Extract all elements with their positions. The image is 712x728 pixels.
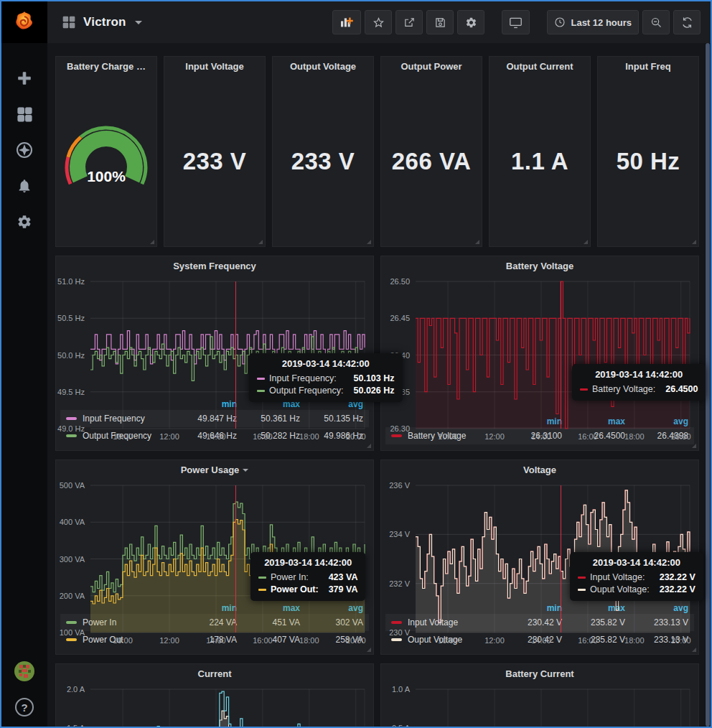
chart-tooltip: 2019-03-14 14:42:00Power In:423 VAPower … <box>250 552 365 601</box>
gear-icon <box>465 17 477 29</box>
panel-title[interactable]: Battery Current <box>381 664 698 683</box>
panel-title[interactable]: Input Voltage <box>164 57 265 76</box>
user-avatar[interactable] <box>14 661 35 685</box>
panel-title-text: Battery Current <box>505 668 573 679</box>
svg-text:16:00: 16:00 <box>578 636 598 645</box>
panel-title-text: Power Usage <box>181 465 240 475</box>
svg-text:10:00: 10:00 <box>113 636 133 645</box>
svg-text:0.5 A: 0.5 A <box>392 724 411 727</box>
panel-title[interactable]: Current <box>56 664 373 683</box>
grafana-window: ? Victron <box>0 0 712 728</box>
refresh-button[interactable] <box>673 10 701 34</box>
dashboard-settings-button[interactable] <box>457 10 484 34</box>
cycle-view-button[interactable] <box>502 10 530 34</box>
tooltip-series-swatch <box>580 388 588 391</box>
chart-tooltip: 2019-03-14 14:42:00Input Voltage:232.22 … <box>570 552 703 601</box>
svg-text:49.5 Hz: 49.5 Hz <box>57 388 85 396</box>
dashboard-title: Victron <box>83 15 126 29</box>
svg-text:49.0 Hz: 49.0 Hz <box>57 424 85 433</box>
panel-input-freq: Input Freq 50 Hz <box>597 56 699 247</box>
svg-text:20:00: 20:00 <box>346 636 366 645</box>
tooltip-timestamp: 2019-03-14 14:42:00 <box>257 358 395 369</box>
star-button[interactable] <box>365 10 392 34</box>
tooltip-series-row: Input Voltage:232.22 V <box>578 572 695 582</box>
panel-title[interactable]: Battery Charge … <box>56 57 156 76</box>
svg-text:26.45: 26.45 <box>390 314 410 322</box>
svg-text:14:00: 14:00 <box>206 636 226 645</box>
tooltip-series-swatch <box>578 589 586 591</box>
star-icon <box>373 17 385 29</box>
tooltip-series-row: Power Out:379 VA <box>258 584 357 594</box>
svg-text:230 V: 230 V <box>389 628 410 637</box>
panel-title[interactable]: Battery Voltage <box>381 256 698 276</box>
panel-title-text: Battery Voltage <box>506 261 573 271</box>
panel-title[interactable]: Output Current <box>490 57 590 76</box>
sidebar-item-dashboards[interactable] <box>15 105 34 123</box>
tooltip-series-swatch <box>258 577 266 579</box>
tooltip-series-row: Battery Voltage:26.4500 <box>580 384 698 394</box>
panel-title[interactable]: Voltage <box>381 460 698 480</box>
help-icon[interactable]: ? <box>15 698 34 717</box>
svg-text:14:00: 14:00 <box>531 636 551 645</box>
panel-title[interactable]: Power Usage <box>56 460 373 480</box>
svg-text:18:00: 18:00 <box>299 432 319 441</box>
panel-output-power: Output Power 266 VA <box>380 56 482 247</box>
dashboard-picker[interactable]: Victron <box>62 15 142 29</box>
tooltip-series-label: Output Frequency: <box>269 386 344 396</box>
tooltip-series-value: 379 VA <box>329 584 358 594</box>
chart-plot[interactable]: 1.0 A0.5 A0 A-0.5 A-1.0 A10:0012:0014:00… <box>381 683 698 727</box>
panel-title-text: Output Voltage <box>290 61 356 72</box>
add-panel-icon <box>339 17 354 28</box>
tooltip-timestamp: 2019-03-14 14:42:00 <box>580 369 698 380</box>
panel-title[interactable]: Output Power <box>381 57 482 76</box>
chevron-down-icon <box>135 21 142 24</box>
panel-title-text: Input Freq <box>625 61 671 72</box>
panel-output-current: Output Current 1.1 A <box>489 56 591 247</box>
sidebar-item-explore[interactable] <box>15 141 34 159</box>
panel-input-voltage: Input Voltage 233 V <box>164 56 266 247</box>
panel-battery-current: Battery Current 1.0 A0.5 A0 A-0.5 A-1.0 … <box>380 663 699 727</box>
panel-title[interactable]: System Frequency <box>56 256 373 276</box>
scrollbar-track[interactable] <box>705 43 711 727</box>
svg-text:300 VA: 300 VA <box>60 555 85 564</box>
add-panel-button[interactable] <box>332 10 361 34</box>
panel-output-voltage: Output Voltage 233 V <box>272 56 374 247</box>
tooltip-series-row: Ouput Voltage:232.22 V <box>578 584 695 594</box>
panel-title-text: System Frequency <box>173 261 256 271</box>
svg-text:50.0 Hz: 50.0 Hz <box>57 351 85 360</box>
svg-text:500 VA: 500 VA <box>60 481 85 490</box>
grafana-logo[interactable] <box>1 1 47 43</box>
panel-battery-voltage: Battery Voltage 26.5026.4526.4026.3526.3… <box>380 256 699 451</box>
sidebar-item-alerting[interactable] <box>15 177 34 195</box>
tv-icon <box>509 17 523 29</box>
panel-menu-caret-icon[interactable] <box>243 469 248 472</box>
toolbar: Last 12 hours <box>332 10 701 34</box>
tooltip-series-value: 232.22 V <box>660 584 695 594</box>
chart-plot[interactable]: 2.0 A1.5 A1.0 A0.5 A10:0012:0014:0016:00… <box>56 683 373 727</box>
bell-icon <box>17 178 32 194</box>
svg-text:200 VA: 200 VA <box>60 592 85 600</box>
tooltip-series-label: Input Frequency: <box>269 373 337 383</box>
tooltip-series-label: Input Voltage: <box>590 572 645 582</box>
tooltip-series-row: Output Frequency:50.026 Hz <box>257 386 395 396</box>
tooltip-series-row: Input Frequency:50.103 Hz <box>257 373 395 383</box>
tooltip-series-swatch <box>257 390 265 392</box>
svg-text:10:00: 10:00 <box>438 636 458 645</box>
time-picker-button[interactable]: Last 12 hours <box>547 10 639 34</box>
scrollbar-thumb[interactable] <box>706 43 710 727</box>
svg-text:12:00: 12:00 <box>159 636 179 645</box>
panel-title[interactable]: Output Voltage <box>273 57 373 76</box>
panel-title[interactable]: Input Freq <box>598 57 698 76</box>
svg-text:12:00: 12:00 <box>159 432 179 441</box>
share-button[interactable] <box>395 10 423 34</box>
tooltip-series-value: 423 VA <box>329 572 358 582</box>
tooltip-series-value: 50.103 Hz <box>354 373 395 383</box>
sidebar-item-create[interactable] <box>15 69 34 88</box>
save-button[interactable] <box>426 10 454 34</box>
sidebar-item-configuration[interactable] <box>15 213 34 231</box>
svg-text:1.5 A: 1.5 A <box>67 724 85 727</box>
chart-tooltip: 2019-03-14 14:42:00Battery Voltage:26.45… <box>572 364 706 401</box>
help-glyph: ? <box>21 701 27 714</box>
zoom-out-button[interactable] <box>642 10 670 34</box>
svg-text:18:00: 18:00 <box>299 636 319 645</box>
